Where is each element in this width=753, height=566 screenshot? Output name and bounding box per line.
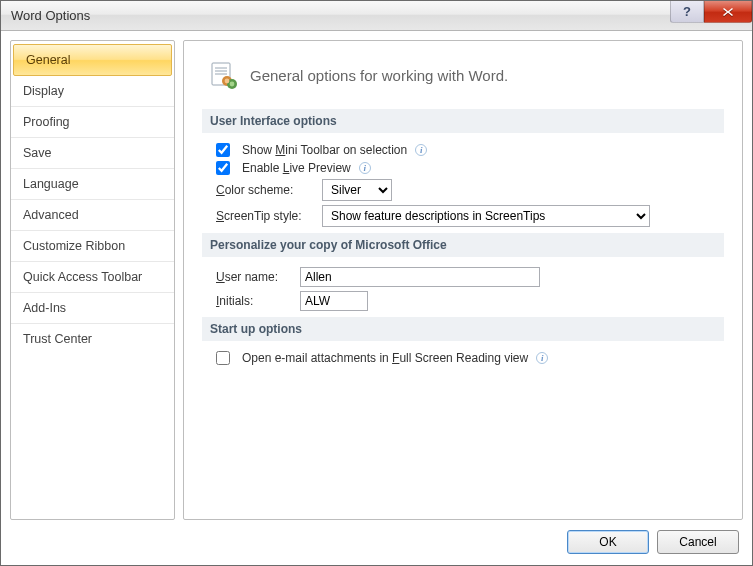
username-label: User name: — [216, 270, 294, 284]
sidebar-item-proofing[interactable]: Proofing — [11, 107, 174, 138]
mini-toolbar-row: Show Mini Toolbar on selection i — [216, 143, 724, 157]
svg-point-7 — [230, 82, 235, 87]
svg-point-6 — [225, 79, 230, 84]
sidebar-item-trust-center[interactable]: Trust Center — [11, 324, 174, 354]
sidebar-item-general[interactable]: General — [13, 44, 172, 76]
content-heading: General options for working with Word. — [208, 59, 724, 91]
content-panel: General options for working with Word. U… — [183, 40, 743, 520]
section-personalize: Personalize your copy of Microsoft Offic… — [202, 233, 724, 257]
initials-label: Initials: — [216, 294, 294, 308]
sidebar-item-save[interactable]: Save — [11, 138, 174, 169]
cancel-button[interactable]: Cancel — [657, 530, 739, 554]
live-preview-checkbox[interactable] — [216, 161, 230, 175]
screentip-style-select[interactable]: Show feature descriptions in ScreenTips — [322, 205, 650, 227]
username-input[interactable] — [300, 267, 540, 287]
help-icon: ? — [683, 4, 691, 19]
category-sidebar: GeneralDisplayProofingSaveLanguageAdvanc… — [10, 40, 175, 520]
word-options-window: Word Options ? GeneralDisplayProofingSav… — [0, 0, 753, 566]
live-preview-label[interactable]: Enable Live Preview — [242, 161, 351, 175]
dialog-footer: OK Cancel — [10, 520, 743, 556]
sidebar-item-customize-ribbon[interactable]: Customize Ribbon — [11, 231, 174, 262]
window-title: Word Options — [11, 8, 90, 23]
close-button[interactable] — [704, 1, 752, 23]
content-heading-text: General options for working with Word. — [250, 67, 508, 84]
ok-button[interactable]: OK — [567, 530, 649, 554]
initials-row: Initials: — [216, 291, 724, 311]
screentip-style-row: ScreenTip style: Show feature descriptio… — [216, 205, 724, 227]
sidebar-item-add-ins[interactable]: Add-Ins — [11, 293, 174, 324]
sidebar-item-advanced[interactable]: Advanced — [11, 200, 174, 231]
info-icon[interactable]: i — [359, 162, 371, 174]
sidebar-item-language[interactable]: Language — [11, 169, 174, 200]
close-icon — [722, 7, 734, 17]
fullscreen-reading-checkbox[interactable] — [216, 351, 230, 365]
titlebar[interactable]: Word Options ? — [1, 1, 752, 31]
mini-toolbar-label[interactable]: Show Mini Toolbar on selection — [242, 143, 407, 157]
section-ui-options: User Interface options — [202, 109, 724, 133]
fullscreen-reading-label[interactable]: Open e-mail attachments in Full Screen R… — [242, 351, 528, 365]
section-startup: Start up options — [202, 317, 724, 341]
username-row: User name: — [216, 267, 724, 287]
info-icon[interactable]: i — [415, 144, 427, 156]
color-scheme-label: Color scheme: — [216, 183, 316, 197]
sidebar-item-quick-access-toolbar[interactable]: Quick Access Toolbar — [11, 262, 174, 293]
fullscreen-reading-row: Open e-mail attachments in Full Screen R… — [216, 351, 724, 365]
info-icon[interactable]: i — [536, 352, 548, 364]
general-options-icon — [208, 59, 240, 91]
mini-toolbar-checkbox[interactable] — [216, 143, 230, 157]
initials-input[interactable] — [300, 291, 368, 311]
live-preview-row: Enable Live Preview i — [216, 161, 724, 175]
sidebar-item-display[interactable]: Display — [11, 76, 174, 107]
color-scheme-row: Color scheme: Silver — [216, 179, 724, 201]
help-button[interactable]: ? — [670, 1, 704, 23]
color-scheme-select[interactable]: Silver — [322, 179, 392, 201]
screentip-style-label: ScreenTip style: — [216, 209, 316, 223]
